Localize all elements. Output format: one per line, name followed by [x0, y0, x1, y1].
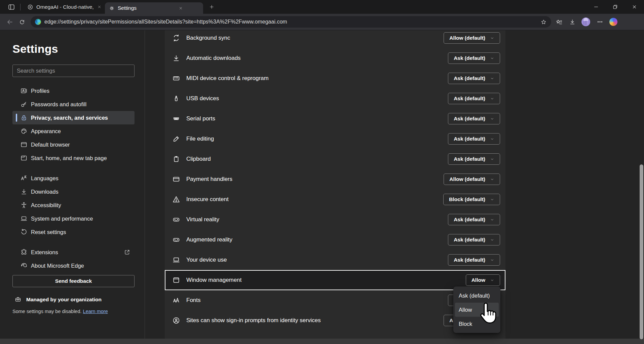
permission-dropdown-button[interactable]: Ask (default) — [448, 52, 500, 64]
new-tab-button[interactable] — [206, 2, 217, 12]
more-menu-button[interactable] — [594, 16, 606, 28]
restore-button[interactable] — [606, 0, 625, 14]
sidebar-item-start-home-and-new-tab-page[interactable]: Start, home, and new tab page — [12, 151, 135, 165]
sidebar-item-label: Languages — [31, 175, 59, 182]
sidebar-item-about-microsoft-edge[interactable]: About Microsoft Edge — [12, 259, 135, 272]
permission-dropdown-button[interactable]: Ask (default) — [448, 153, 500, 165]
sidebar-item-languages[interactable]: Languages — [12, 171, 135, 185]
chevron-down-icon — [490, 258, 494, 262]
sidebar-item-downloads[interactable]: Downloads — [12, 185, 135, 198]
copilot-button[interactable] — [608, 16, 619, 28]
permission-dropdown-button[interactable]: Ask (default) — [448, 254, 500, 266]
vertical-scrollbar[interactable] — [640, 164, 643, 339]
vr-icon — [172, 216, 180, 224]
menu-item-ask-default[interactable]: Ask (default) — [453, 289, 500, 303]
permission-label: MIDI device control & reprogram — [186, 75, 269, 82]
sidebar-item-profiles[interactable]: Profiles — [12, 84, 135, 98]
accessibility-icon — [20, 201, 28, 209]
sync-icon — [172, 34, 180, 42]
sidebar-item-label: Appearance — [31, 128, 61, 135]
dropdown-value: Ask (default) — [454, 156, 485, 162]
dropdown-value: Ask (default) — [454, 217, 485, 223]
permission-label: Insecure content — [186, 196, 229, 203]
sidebar-item-default-browser[interactable]: Default browser — [12, 138, 135, 151]
sidebar-item-reset-settings[interactable]: Reset settings — [12, 225, 135, 239]
minimize-icon — [593, 4, 599, 10]
sidebar-item-passwords-and-autofill[interactable]: Passwords and autofill — [12, 98, 135, 111]
palette-icon — [20, 127, 28, 135]
gear-icon — [109, 5, 115, 11]
minimize-button[interactable] — [586, 0, 606, 14]
sidebar-item-label: About Microsoft Edge — [31, 263, 84, 269]
permission-label: Virtual reality — [186, 216, 219, 223]
sidebar-item-label: Downloads — [31, 189, 59, 195]
chevron-down-icon — [490, 137, 494, 141]
note-text: Some settings may be disabled. — [12, 309, 83, 314]
permission-label: Serial ports — [186, 115, 215, 122]
managed-label: Managed by your organization — [26, 297, 102, 303]
url-text[interactable]: edge://settings/privacy/sitePermissions/… — [44, 19, 537, 25]
tab-settings[interactable]: Settings — [105, 2, 203, 14]
menu-item-label: Block — [459, 321, 472, 327]
learn-more-link[interactable]: Learn more — [83, 309, 108, 314]
chevron-down-icon — [490, 76, 494, 81]
tab-divider — [20, 4, 21, 10]
sidebar-item-label: Passwords and autofill — [31, 101, 86, 108]
dropdown-value: Ask (default) — [454, 136, 485, 142]
permission-dropdown-button[interactable]: Ask (default) — [448, 93, 500, 104]
sidebar-item-label: Reset settings — [31, 229, 66, 235]
sidebar-item-appearance[interactable]: Appearance — [12, 124, 135, 138]
restore-icon — [612, 4, 618, 10]
edit-icon — [172, 135, 180, 143]
search-input[interactable] — [12, 65, 135, 77]
permission-dropdown-button[interactable]: Allow (default) — [444, 32, 500, 44]
dropdown-value: Ask (default) — [454, 95, 485, 102]
permission-dropdown-button[interactable]: Ask (default) — [448, 133, 500, 145]
downloads-button[interactable] — [567, 16, 578, 28]
chevron-down-icon — [490, 36, 494, 40]
profile-avatar[interactable] — [581, 17, 590, 26]
tab-close-icon[interactable] — [97, 5, 102, 9]
tab-omegaai[interactable]: OmegaAI - Cloud-native, Zero-Fo — [24, 0, 105, 14]
settings-sidebar: Settings ProfilesPasswords and autofillP… — [0, 30, 145, 339]
translate-icon — [20, 175, 28, 182]
tab-actions-button[interactable] — [5, 2, 17, 12]
sidebar-item-privacy-search-and-services[interactable]: Privacy, search, and services — [12, 111, 135, 124]
briefcase-icon — [14, 296, 22, 303]
settings-disabled-note: Some settings may be disabled. Learn mor… — [12, 309, 135, 314]
back-button[interactable] — [4, 16, 15, 27]
permission-label: Payment handlers — [186, 176, 232, 183]
permission-label: File editing — [186, 136, 214, 142]
permission-dropdown-button[interactable]: Ask (default) — [448, 73, 500, 84]
permission-dropdown-button[interactable]: Allow — [466, 274, 500, 286]
sidebar-item-extensions[interactable]: Extensions — [12, 245, 135, 259]
send-feedback-button[interactable]: Send feedback — [12, 275, 135, 287]
tab-close-icon[interactable] — [179, 6, 183, 10]
permission-label: Clipboard — [186, 156, 211, 162]
permission-row-payment-handlers: Payment handlersAllow (default) — [165, 169, 505, 189]
window-bottom-edge — [0, 339, 644, 344]
menu-item-label: Allow — [459, 307, 472, 313]
profile-card-icon — [20, 87, 28, 94]
favorites-button[interactable] — [553, 16, 565, 28]
hand-cursor — [479, 302, 498, 328]
sidebar-item-accessibility[interactable]: Accessibility — [12, 198, 135, 212]
close-button[interactable] — [625, 0, 644, 14]
address-bar[interactable]: edge://settings/privacy/sitePermissions/… — [31, 16, 551, 28]
permission-row-your-device-use: Your device useAsk (default) — [165, 250, 505, 270]
bookmark-star-icon[interactable] — [540, 19, 547, 25]
permission-dropdown-button[interactable]: Allow (default) — [444, 174, 500, 185]
permission-row-virtual-reality: Virtual realityAsk (default) — [165, 209, 505, 230]
lock-icon — [20, 114, 28, 121]
chevron-down-icon — [490, 197, 494, 202]
permission-dropdown-button[interactable]: Ask (default) — [448, 234, 500, 245]
refresh-button[interactable] — [16, 16, 27, 27]
sidebar-item-system-and-performance[interactable]: System and performance — [12, 212, 135, 225]
permission-dropdown-button[interactable]: Block (default) — [443, 194, 500, 205]
chevron-down-icon — [490, 177, 494, 182]
midi-icon — [172, 74, 180, 82]
permission-dropdown-button[interactable]: Ask (default) — [448, 113, 500, 124]
download-icon — [569, 18, 576, 25]
permission-dropdown-button[interactable]: Ask (default) — [448, 214, 500, 225]
dropdown-value: Ask (default) — [454, 237, 485, 243]
